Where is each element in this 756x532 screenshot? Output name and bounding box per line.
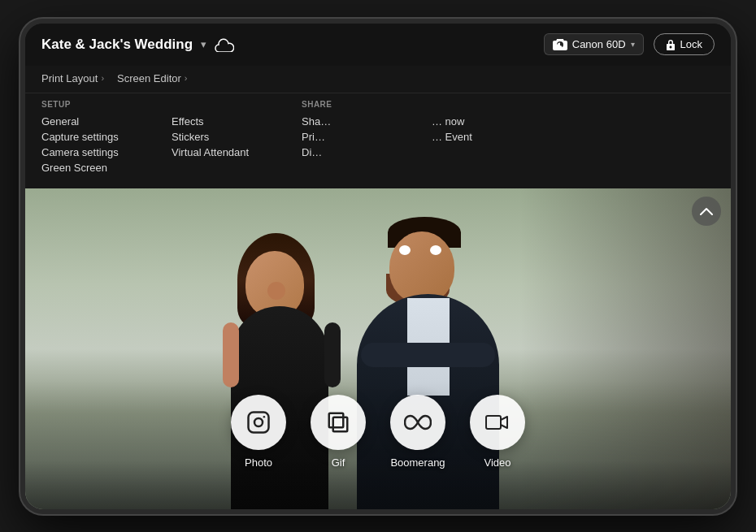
chevron-up-icon (700, 207, 713, 215)
instagram-icon (246, 410, 271, 435)
menu-item-print[interactable]: Pri… (302, 129, 399, 145)
menu-col-setup: SETUP General Capture settings Camera se… (41, 100, 139, 175)
lock-label: Lock (680, 38, 702, 50)
lock-icon (666, 39, 676, 50)
dropdown-menu: Print Layout › Screen Editor › SETUP Gen… (25, 66, 731, 188)
tablet-shell: Kate & Jack's Wedding ▾ Canon 60D ▾ Lock (20, 19, 736, 514)
print-layout-menu-item[interactable]: Print Layout › (41, 72, 117, 88)
main-content: Photo Gif (25, 188, 731, 509)
camera-chevron-icon: ▾ (631, 40, 635, 49)
menu-item-capture-settings[interactable]: Capture settings (41, 129, 139, 145)
setup-header: SETUP (41, 100, 139, 109)
menu-columns: SETUP General Capture settings Camera se… (25, 93, 731, 179)
capture-mode-boomerang[interactable]: Boomerang (390, 395, 445, 469)
menu-item-know-now[interactable]: … now (432, 114, 529, 129)
screen-editor-menu-item[interactable]: Screen Editor › (117, 72, 200, 88)
man-left-eye (399, 245, 411, 255)
man-right-eye (430, 245, 441, 255)
woman-right-arm (324, 322, 341, 387)
menu-item-virtual-attendant[interactable]: Virtual Attendant (172, 145, 269, 160)
menu-item-green-screen[interactable]: Green Screen (41, 160, 139, 175)
woman-hand (267, 282, 285, 300)
menu-col-share-sub: - … now … Event (432, 100, 529, 175)
menu-top-row: Print Layout › Screen Editor › (25, 72, 731, 93)
screen-editor-label: Screen Editor (117, 72, 181, 84)
svg-rect-3 (329, 413, 344, 427)
infinity-icon (404, 414, 432, 430)
photo-label: Photo (245, 456, 272, 469)
layers-icon (326, 410, 350, 435)
camera-label: Canon 60D (572, 38, 626, 50)
scroll-up-button[interactable] (692, 197, 721, 226)
lock-button[interactable]: Lock (654, 33, 715, 55)
boomerang-circle (390, 395, 445, 450)
top-bar-left: Kate & Jack's Wedding ▾ (41, 37, 544, 53)
man-face (389, 231, 454, 303)
svg-rect-0 (249, 412, 269, 432)
video-circle (470, 395, 525, 450)
share-header: SHARE (302, 100, 399, 109)
svg-rect-4 (333, 417, 348, 431)
menu-item-effects[interactable]: Effects (172, 114, 269, 129)
capture-mode-photo[interactable]: Photo (231, 395, 286, 469)
gif-circle (311, 395, 366, 450)
cloud-icon[interactable] (215, 37, 234, 52)
svg-point-2 (263, 415, 266, 417)
top-bar: Kate & Jack's Wedding ▾ Canon 60D ▾ Lock (25, 24, 731, 66)
chevron-down-icon[interactable]: ▾ (201, 38, 206, 50)
top-bar-right: Canon 60D ▾ Lock (544, 33, 715, 55)
menu-item-general[interactable]: General (41, 114, 139, 129)
camera-icon (553, 39, 567, 50)
menu-item-dis[interactable]: Di… (302, 145, 399, 160)
capture-mode-video[interactable]: Video (470, 395, 525, 469)
camera-selector[interactable]: Canon 60D ▾ (544, 33, 644, 55)
menu-item-stickers[interactable]: Stickers (172, 129, 269, 145)
video-icon (485, 413, 510, 432)
print-layout-label: Print Layout (41, 72, 98, 84)
screen-editor-arrow: › (185, 73, 188, 83)
project-title: Kate & Jack's Wedding (41, 37, 193, 53)
boomerang-label: Boomerang (390, 456, 445, 469)
menu-col-share: SHARE Sha… Pri… Di… (302, 100, 399, 175)
print-layout-arrow: › (101, 73, 104, 83)
svg-rect-5 (486, 416, 501, 429)
video-label: Video (484, 456, 511, 469)
man-arms-crossed (361, 343, 495, 367)
woman-left-arm (223, 322, 239, 387)
capture-mode-gif[interactable]: Gif (311, 395, 366, 469)
photo-circle (231, 395, 286, 450)
menu-col-effects: - Effects Stickers Virtual Attendant (172, 100, 269, 175)
gif-label: Gif (332, 456, 345, 469)
capture-modes: Photo Gif (231, 395, 525, 469)
menu-item-camera-settings[interactable]: Camera settings (41, 145, 139, 160)
menu-item-share[interactable]: Sha… (302, 114, 399, 129)
menu-item-event[interactable]: … Event (432, 129, 529, 145)
svg-point-1 (254, 418, 263, 426)
